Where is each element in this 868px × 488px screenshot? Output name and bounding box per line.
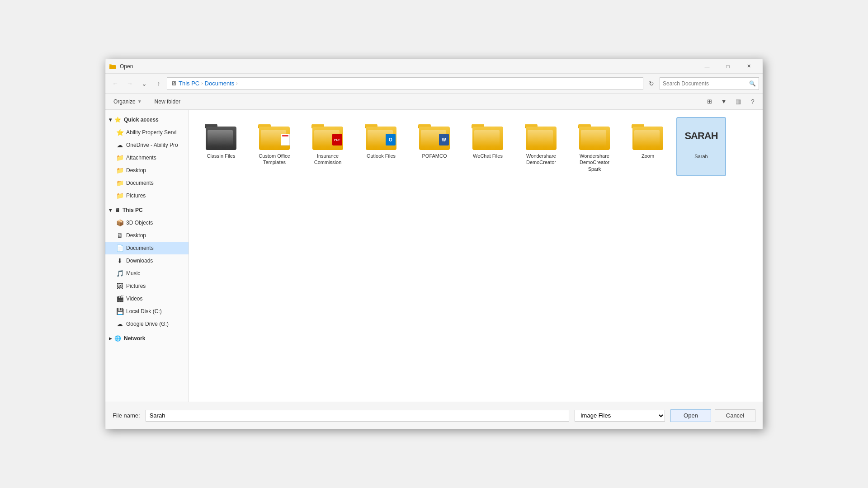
file-item-classin[interactable]: ClassIn Files [196, 117, 246, 176]
desktop-qa-icon: 📁 [116, 167, 123, 174]
this-pc-chevron: ▾ [109, 207, 112, 213]
documents-qa-label: Documents [126, 180, 154, 186]
sidebar-item-pictures-qa[interactable]: 📁 Pictures [105, 189, 189, 202]
wechat-folder-icon [472, 121, 504, 150]
network-heading[interactable]: ▸ 🌐 Network [105, 332, 189, 345]
minimize-button[interactable]: — [697, 59, 717, 74]
sidebar-item-attachments[interactable]: 📁 Attachments [105, 151, 189, 164]
file-name-input[interactable] [146, 410, 569, 422]
file-item-insurance[interactable]: PDF Insurance Commission [303, 117, 353, 176]
close-button[interactable]: ✕ [738, 59, 759, 74]
maximize-button[interactable]: □ [717, 59, 738, 74]
new-folder-label: New folder [155, 99, 180, 105]
sidebar-item-3d-objects[interactable]: 📦 3D Objects [105, 216, 189, 229]
address-bar[interactable]: 🖥 This PC › Documents › [167, 77, 643, 90]
desktop-qa-label: Desktop [126, 167, 146, 174]
network-label: Network [124, 335, 145, 342]
zoom-name: Zoom [642, 153, 654, 159]
sidebar-item-google-drive[interactable]: ☁ Google Drive (G:) [105, 318, 189, 330]
file-item-wondershare[interactable]: Wondershare DemoCreator [516, 117, 566, 176]
file-item-custom-office[interactable]: Custom Office Templates [250, 117, 299, 176]
sidebar-item-pictures[interactable]: 🖼 Pictures [105, 280, 189, 292]
file-item-wechat[interactable]: WeChat Files [463, 117, 513, 176]
quick-access-chevron: ▾ [109, 117, 112, 123]
toolbar: Organize ▼ New folder ⊞ ▼ ▥ ? [105, 94, 763, 110]
title-bar-controls: — □ ✕ [697, 59, 759, 74]
pictures-qa-icon: 📁 [116, 192, 123, 199]
organize-chevron: ▼ [137, 99, 142, 104]
address-this-pc[interactable]: This PC [179, 80, 199, 87]
this-pc-section: ▾ 🖥 This PC 📦 3D Objects 🖥 Desktop 📄 Doc… [105, 204, 189, 330]
downloads-label: Downloads [126, 258, 153, 264]
word-overlay: W [439, 134, 449, 145]
sarah-text: SARAH [684, 130, 717, 142]
attachments-icon: 📁 [116, 154, 123, 161]
videos-label: Videos [126, 296, 142, 302]
sidebar-item-music[interactable]: 🎵 Music [105, 267, 189, 280]
network-chevron: ▸ [109, 335, 112, 342]
sidebar-item-onedrive[interactable]: ☁ OneDrive - Ability Pro [105, 139, 189, 151]
sidebar-item-desktop-qa[interactable]: 📁 Desktop [105, 164, 189, 177]
window-title: Open [120, 63, 133, 70]
network-icon: 🌐 [114, 335, 121, 342]
desktop-label: Desktop [126, 232, 146, 239]
wondershare-folder-icon [525, 121, 557, 150]
file-type-select[interactable]: Image Files [575, 410, 665, 422]
address-icon: 🖥 [171, 80, 177, 87]
bottom-buttons: Open Cancel [670, 409, 755, 422]
address-sep-1: › [201, 81, 203, 86]
file-item-outlook[interactable]: O Outlook Files [356, 117, 406, 176]
wechat-name: WeChat Files [473, 153, 503, 159]
3d-label: 3D Objects [126, 220, 153, 226]
sidebar-item-documents-qa[interactable]: 📁 Documents [105, 177, 189, 189]
file-item-pofamco[interactable]: W POFAMCO [410, 117, 459, 176]
folder-title-icon [109, 63, 116, 70]
title-bar: Open — □ ✕ [105, 59, 763, 74]
sidebar: ▾ ⭐ Quick access ⭐ Ability Property Serv… [105, 110, 189, 402]
address-documents[interactable]: Documents [205, 80, 235, 87]
this-pc-icon: 🖥 [114, 207, 120, 213]
sidebar-item-documents[interactable]: 📄 Documents [105, 242, 189, 254]
organize-button[interactable]: Organize ▼ [109, 96, 146, 107]
sidebar-item-local-disk[interactable]: 💾 Local Disk (C:) [105, 305, 189, 318]
details-pane-button[interactable]: ▥ [732, 96, 745, 107]
file-item-wondershare-spark[interactable]: Wondershare DemoCreator Spark [570, 117, 619, 176]
help-button[interactable]: ? [746, 96, 759, 107]
title-bar-left: Open [109, 63, 133, 70]
custom-office-folder-icon [258, 121, 291, 150]
sidebar-item-ability[interactable]: ⭐ Ability Property Servi [105, 126, 189, 139]
documents-qa-icon: 📁 [116, 179, 123, 187]
search-box[interactable]: 🔍 [660, 77, 759, 90]
file-item-zoom[interactable]: Zoom [623, 117, 673, 176]
sidebar-item-videos[interactable]: 🎬 Videos [105, 292, 189, 305]
quick-access-heading[interactable]: ▾ ⭐ Quick access [105, 113, 189, 126]
up-button[interactable]: ↑ [152, 77, 165, 90]
insurance-folder-icon: PDF [311, 121, 344, 150]
file-item-sarah[interactable]: SARAH Sarah [676, 117, 726, 176]
this-pc-heading[interactable]: ▾ 🖥 This PC [105, 204, 189, 216]
sidebar-item-downloads[interactable]: ⬇ Downloads [105, 254, 189, 267]
pictures-icon: 🖼 [116, 282, 123, 290]
outlook-overlay: O [386, 134, 396, 145]
outlook-name: Outlook Files [367, 153, 396, 159]
outlook-folder-icon: O [365, 121, 397, 150]
sidebar-item-desktop[interactable]: 🖥 Desktop [105, 229, 189, 242]
cancel-button[interactable]: Cancel [715, 409, 755, 422]
downloads-icon: ⬇ [116, 257, 123, 264]
forward-button[interactable]: → [123, 77, 136, 90]
back-button[interactable]: ← [109, 77, 122, 90]
view-options-button[interactable]: ⊞ [703, 96, 716, 107]
classin-folder-icon [205, 121, 237, 150]
open-button[interactable]: Open [670, 409, 711, 422]
nav-bar: ← → ⌄ ↑ 🖥 This PC › Documents › ↻ 🔍 [105, 74, 763, 94]
pofamco-name: POFAMCO [422, 153, 447, 159]
refresh-button[interactable]: ↻ [645, 77, 658, 90]
content-area: ▾ ⭐ Quick access ⭐ Ability Property Serv… [105, 110, 763, 402]
search-input[interactable] [663, 80, 747, 87]
view-dropdown-button[interactable]: ▼ [717, 96, 730, 107]
dropdown-button[interactable]: ⌄ [138, 77, 151, 90]
zoom-folder-icon [632, 121, 664, 150]
3d-icon: 📦 [116, 219, 123, 226]
wondershare-name: Wondershare DemoCreator [520, 153, 562, 166]
new-folder-button[interactable]: New folder [150, 96, 185, 107]
